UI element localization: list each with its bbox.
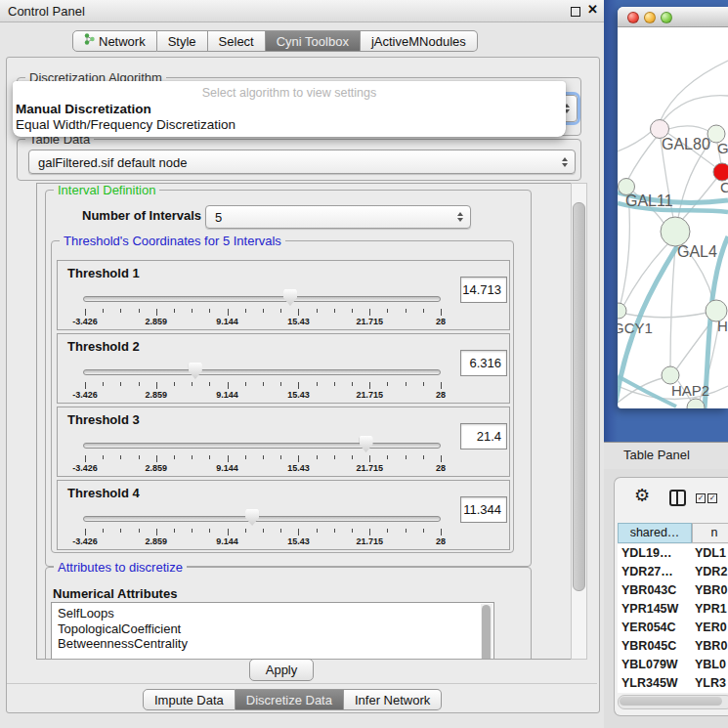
network-node[interactable] <box>618 303 626 319</box>
node-table[interactable]: YDL19…YDL1YDR27…YDR2YBR043CYBR0YPR145WYP… <box>618 544 728 693</box>
threshold-2-slider[interactable]: -3.4262.8599.14415.4321.71528 <box>83 362 441 401</box>
tab-label: Discretize Data <box>246 690 332 710</box>
tick-mark <box>245 529 246 533</box>
algorithm-option-manual-discretization[interactable]: Manual Discretization <box>16 102 151 116</box>
tick-mark <box>228 455 229 462</box>
slider-thumb[interactable] <box>360 436 373 452</box>
tick-mark <box>263 529 264 533</box>
threshold-value-field[interactable]: 14.713 <box>460 277 507 303</box>
list-scrollbar[interactable] <box>481 604 492 660</box>
tick-mark <box>209 529 210 533</box>
checkbox-icon[interactable]: ✓ <box>707 493 717 503</box>
tick-mark <box>317 382 318 386</box>
slider-track[interactable] <box>83 516 441 522</box>
network-node[interactable] <box>687 399 705 408</box>
float-panel-icon[interactable] <box>571 7 580 17</box>
slider-thumb[interactable] <box>245 509 259 526</box>
table-row[interactable]: YBR043CYBR0 <box>618 581 728 600</box>
threshold-label: Threshold 4 <box>67 486 140 500</box>
tick-mark <box>263 309 264 313</box>
cell-shared-name: YBR043C <box>621 583 676 597</box>
cell-name: YDR2 <box>695 565 727 578</box>
threshold-4-slider[interactable]: -3.4262.8599.14415.4321.71528 <box>83 508 441 547</box>
tick-mark <box>192 382 193 386</box>
threshold-value-field[interactable]: 6.316 <box>460 350 507 376</box>
cell-name: YBL0 <box>695 658 726 671</box>
attribute-item-selfloops[interactable]: SelfLoops <box>52 606 493 621</box>
slider-track[interactable] <box>83 296 441 302</box>
tick-label: -3.426 <box>72 390 98 400</box>
zoom-traffic-light-icon[interactable] <box>661 12 672 23</box>
threshold-value-field[interactable]: 11.344 <box>460 496 507 523</box>
tab-discretize-data[interactable]: Discretize Data <box>236 689 344 710</box>
gear-icon[interactable]: ⚙ <box>634 487 650 504</box>
list-scrollbar-thumb[interactable] <box>482 605 491 660</box>
slider-thumb[interactable] <box>189 363 202 379</box>
numerical-attributes-list[interactable]: SelfLoopsTopologicalCoefficientBetweenne… <box>51 602 494 660</box>
slider-track[interactable] <box>83 443 441 449</box>
tab-cyni-toolbox[interactable]: Cyni Toolbox <box>266 30 361 52</box>
tab-label: Impute Data <box>154 690 224 710</box>
minimize-traffic-light-icon[interactable] <box>644 12 656 23</box>
tab-impute-data[interactable]: Impute Data <box>143 689 236 710</box>
network-edge[interactable] <box>668 126 708 131</box>
panel-scrollbar[interactable] <box>571 183 587 660</box>
attribute-item-betweennesscentrality[interactable]: BetweennessCentrality <box>52 636 493 652</box>
network-edge[interactable] <box>621 194 629 304</box>
tab-label: Select <box>219 31 254 52</box>
network-edge[interactable] <box>661 61 728 120</box>
network-canvas[interactable]: GAL80GACGAL11GAL4GCY1HHAP2 <box>618 26 728 408</box>
table-row[interactable]: YER054CYER0 <box>618 619 728 637</box>
close-icon[interactable]: ✕ <box>587 2 598 17</box>
table-horizontal-scrollbar-thumb[interactable] <box>620 697 722 706</box>
column-layout-icon[interactable] <box>669 490 686 506</box>
network-edge[interactable] <box>628 137 657 179</box>
table-panel-title: Table Panel <box>623 448 690 462</box>
tab-jactivemnodules[interactable]: jActiveMNodules <box>361 30 478 52</box>
tick-mark <box>103 455 104 459</box>
tick-mark <box>317 455 318 459</box>
tab-network[interactable]: Network <box>72 30 157 52</box>
table-row[interactable]: YPR145WYPR1 <box>618 600 728 619</box>
threshold-3-slider[interactable]: -3.4262.8599.14415.4321.71528 <box>83 435 441 474</box>
tick-mark <box>192 529 193 533</box>
close-traffic-light-icon[interactable] <box>627 12 639 23</box>
network-edge[interactable] <box>663 96 728 121</box>
tick-mark <box>245 455 246 459</box>
network-edge[interactable] <box>670 246 675 366</box>
table-horizontal-scrollbar[interactable] <box>618 695 728 709</box>
table-panel-inner: ⚙ ✓ ✓ shared… n YDL19…YDL1YDR27…YDR2YBR0… <box>614 477 728 716</box>
algorithm-option-equal-width-frequency-discretization[interactable]: Equal Width/Frequency Discretization <box>16 117 236 132</box>
table-row[interactable]: YDR27…YDR2 <box>618 563 728 581</box>
slider-thumb[interactable] <box>283 289 297 306</box>
table-row[interactable]: YBR045CYBR0 <box>618 637 728 656</box>
slider-track[interactable] <box>83 369 441 375</box>
network-view-window: GAL80GACGAL11GAL4GCY1HHAP2 <box>618 7 728 408</box>
tick-mark <box>192 309 193 313</box>
panel-scrollbar-thumb[interactable] <box>573 202 585 591</box>
tab-style[interactable]: Style <box>157 30 208 52</box>
apply-button[interactable]: Apply <box>249 659 314 681</box>
tick-label: 15.43 <box>287 463 310 473</box>
checkbox-icon[interactable]: ✓ <box>696 493 706 503</box>
network-edge[interactable] <box>618 132 651 151</box>
threshold-1-slider[interactable]: -3.4262.8599.14415.4321.71528 <box>83 288 441 327</box>
tick-mark <box>120 455 121 459</box>
tick-mark <box>139 529 140 533</box>
tick-mark <box>423 382 424 386</box>
threshold-value-field[interactable]: 21.4 <box>460 423 507 450</box>
column-header-shared-name[interactable]: shared… <box>618 523 692 543</box>
cell-shared-name: YDL19… <box>621 546 671 560</box>
numerical-attributes-label: Numerical Attributes <box>53 586 177 601</box>
table-row[interactable]: YBL079WYBL0 <box>618 656 728 674</box>
table-data-combobox[interactable]: galFiltered.sif default node <box>28 150 576 174</box>
attribute-item-topologicalcoefficient[interactable]: TopologicalCoefficient <box>52 621 493 637</box>
tab-select[interactable]: Select <box>208 30 266 52</box>
network-node[interactable] <box>661 217 690 246</box>
network-window-titlebar[interactable] <box>618 7 728 27</box>
table-row[interactable]: YLR345WYLR3 <box>618 674 728 693</box>
tab-infer-network[interactable]: Infer Network <box>344 689 442 710</box>
table-row[interactable]: YDL19…YDL1 <box>618 544 728 563</box>
column-header-name[interactable]: n <box>692 523 728 543</box>
number-of-intervals-combobox[interactable]: 5 <box>205 205 471 229</box>
